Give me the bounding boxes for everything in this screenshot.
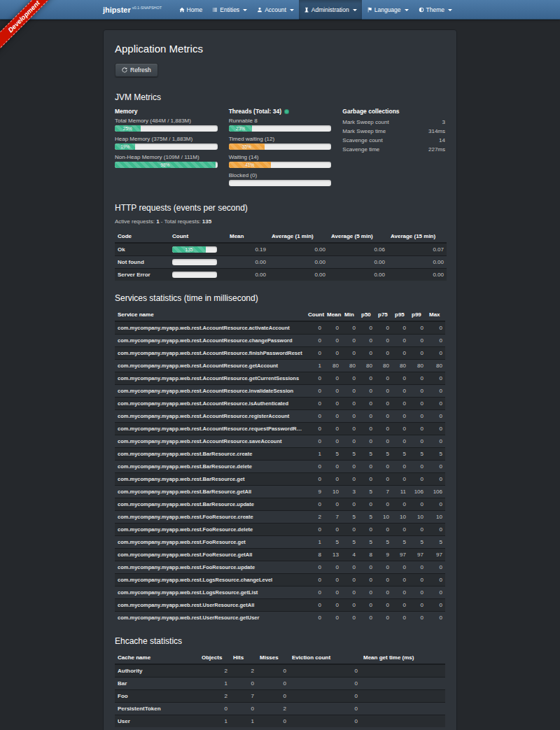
memory-column: Memory Total Memory (484M / 1,883M) 25% …	[115, 108, 218, 190]
nav-label: Administration	[312, 6, 349, 13]
services-table-header: Service name Count Mean Min p50 p75 p95 …	[115, 309, 445, 321]
home-icon	[179, 7, 185, 13]
service-min: 0	[342, 599, 358, 612]
waiting-progress: 41%	[229, 162, 332, 168]
cache-objects: 1	[199, 678, 230, 690]
http-code: Server Error	[115, 269, 169, 281]
service-p99: 0	[409, 524, 426, 536]
nav-administration[interactable]: Administration	[299, 0, 362, 20]
service-max: 0	[426, 612, 445, 624]
progress-text: 35%	[242, 143, 251, 150]
jvm-metrics-row: Memory Total Memory (484M / 1,883M) 25% …	[115, 108, 445, 190]
nonheap-memory-label: Non-Heap Memory (109M / 111M)	[115, 154, 218, 160]
service-p75: 0	[375, 410, 392, 423]
col-p95: p95	[392, 309, 409, 321]
service-mean: 0	[324, 461, 342, 473]
http-count-cell: 135	[169, 243, 227, 256]
cache-eviction-count: 0	[289, 664, 360, 678]
service-min: 0	[342, 587, 358, 599]
nav-entities[interactable]: Entities	[207, 0, 252, 20]
nav-theme[interactable]: Theme	[414, 0, 457, 20]
service-name: com.mycompany.myapp.web.rest.AccountReso…	[115, 435, 305, 448]
service-p95: 80	[392, 360, 409, 372]
service-mean: 0	[324, 473, 342, 486]
runnable-label: Runnable 8	[229, 118, 332, 124]
service-min: 5	[342, 448, 358, 461]
nav-home[interactable]: Home	[174, 0, 208, 20]
service-name: com.mycompany.myapp.web.rest.AccountReso…	[115, 321, 305, 335]
col-mean-get-time: Mean get time (ms)	[360, 652, 445, 664]
navbar: jhipsterv0.1-SNAPSHOT Home Entities Acco…	[0, 0, 560, 20]
service-count: 0	[305, 398, 324, 410]
service-row: com.mycompany.myapp.web.rest.AccountReso…	[115, 435, 445, 448]
cache-hits: 0	[230, 703, 257, 715]
service-p50: 0	[358, 561, 375, 574]
cache-objects: 1	[199, 715, 230, 728]
service-p50: 0	[358, 612, 375, 624]
cache-mean-get-time	[360, 703, 445, 715]
user-icon	[257, 7, 262, 13]
service-max: 97	[426, 549, 445, 561]
http-table-header: Code Count Mean Average (1 min) Average …	[115, 230, 447, 243]
service-count: 0	[305, 372, 324, 385]
gc-heading: Garbage collections	[342, 108, 445, 115]
service-name: com.mycompany.myapp.web.rest.BarResource…	[115, 448, 305, 461]
service-row: com.mycompany.myapp.web.rest.AccountReso…	[115, 398, 445, 410]
service-count: 1	[305, 360, 324, 372]
service-name: com.mycompany.myapp.web.rest.BarResource…	[115, 498, 305, 511]
service-p95: 0	[392, 473, 409, 486]
col-objects: Objects	[199, 652, 230, 664]
count-text: 135	[186, 246, 193, 253]
service-row: com.mycompany.myapp.web.rest.AccountReso…	[115, 347, 445, 360]
service-p75: 0	[375, 587, 392, 599]
chevron-down-icon	[405, 9, 409, 11]
http-avg15: 0.07	[388, 243, 447, 256]
brand-name: jhipster	[103, 6, 131, 14]
total-requests-value: 135	[202, 218, 211, 225]
service-mean: 0	[324, 599, 342, 612]
service-mean: 13	[324, 549, 342, 561]
service-p99: 0	[409, 561, 426, 574]
service-name: com.mycompany.myapp.web.rest.AccountReso…	[115, 347, 305, 360]
service-p50: 80	[358, 360, 375, 372]
service-max: 106	[426, 486, 445, 498]
brand-link[interactable]: jhipsterv0.1-SNAPSHOT	[103, 6, 162, 14]
service-p95: 0	[392, 599, 409, 612]
nav-language[interactable]: Language	[362, 0, 414, 20]
service-p99: 0	[409, 612, 426, 624]
chevron-down-icon	[243, 9, 247, 11]
service-p95: 5	[392, 448, 409, 461]
service-p99: 97	[409, 549, 426, 561]
threads-column: Threads (Total: 34) Runnable 8 23% Timed…	[229, 108, 332, 190]
service-mean: 80	[324, 360, 342, 372]
service-min: 3	[342, 486, 358, 498]
service-row: com.mycompany.myapp.web.rest.AccountReso…	[115, 385, 445, 398]
service-row: com.mycompany.myapp.web.rest.BarResource…	[115, 473, 445, 486]
service-name: com.mycompany.myapp.web.rest.UserResourc…	[115, 612, 305, 624]
col-avg15: Average (15 min)	[388, 230, 447, 243]
cache-name: User	[115, 715, 199, 728]
refresh-button[interactable]: Refresh	[115, 63, 158, 77]
service-p50: 0	[358, 398, 375, 410]
gc-value: 314ms	[428, 128, 445, 134]
info-icon[interactable]	[284, 109, 289, 114]
service-p95: 0	[392, 321, 409, 335]
http-table-row: Not found 0.00 0.00 0.00 0.00	[115, 256, 447, 269]
service-p99: 0	[409, 473, 426, 486]
service-mean: 0	[324, 435, 342, 448]
service-row: com.mycompany.myapp.web.rest.AccountReso…	[115, 321, 445, 335]
service-min: 5	[342, 536, 358, 549]
timed-waiting-label: Timed waiting (12)	[229, 136, 332, 142]
service-mean: 0	[324, 423, 342, 435]
service-count: 1	[305, 448, 324, 461]
service-max: 0	[426, 574, 445, 587]
service-mean: 0	[324, 524, 342, 536]
service-count: 0	[305, 461, 324, 473]
col-count: Count	[169, 230, 227, 243]
cache-hits: 7	[230, 690, 257, 703]
service-mean: 0	[324, 372, 342, 385]
col-avg1: Average (1 min)	[269, 230, 328, 243]
nav-account[interactable]: Account	[252, 0, 299, 20]
gc-value: 227ms	[428, 146, 445, 153]
ehcache-statistics-title: Ehcache statistics	[115, 636, 445, 646]
